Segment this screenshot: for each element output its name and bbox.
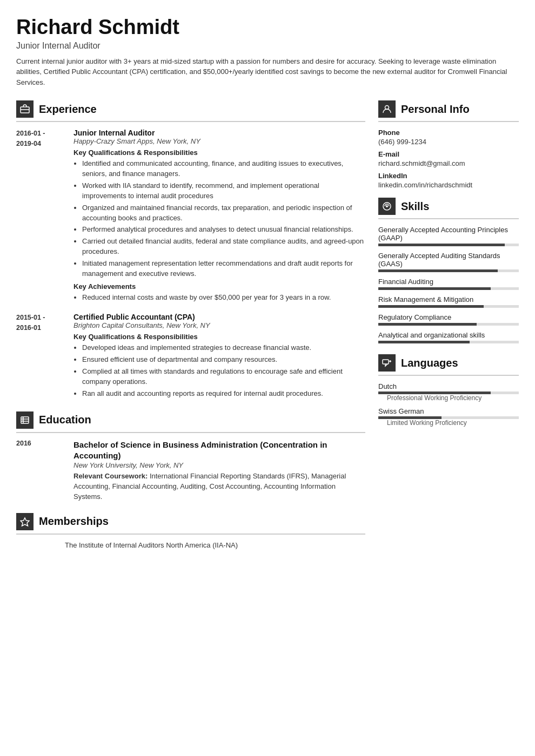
edu-degree-1: Bachelor of Science in Business Administ…	[73, 440, 365, 462]
skill-name: Financial Auditing	[378, 278, 519, 286]
personal-info-title: Personal Info	[401, 103, 470, 116]
skill-bar-fill	[378, 305, 484, 308]
phone-label: Phone	[378, 129, 519, 137]
skill-bar-bg	[378, 287, 519, 290]
exp-qual-item: Identified and communicated accounting, …	[82, 159, 365, 179]
skill-item: Financial Auditing	[378, 278, 519, 290]
education-icon	[16, 411, 34, 429]
skill-name: Risk Management & Mitigation	[378, 295, 519, 303]
exp-achievement-item: Reduced internal costs and waste by over…	[82, 293, 365, 303]
exp-title-2: Certified Public Accountant (CPA)	[73, 313, 365, 321]
languages-list: Dutch Professional Working Proficiency S…	[378, 382, 519, 427]
memberships-icon	[16, 513, 34, 530]
candidate-name: Richard Schmidt	[16, 16, 519, 39]
svg-rect-2	[21, 417, 29, 423]
personal-info-header: Personal Info	[378, 100, 519, 122]
exp-qual-item: Ran all audit and accounting reports as …	[82, 389, 365, 399]
edu-date-1: 2016	[16, 440, 65, 502]
languages-header: Languages	[378, 354, 519, 376]
skills-title: Skills	[401, 200, 429, 213]
exp-qual-item: Initiated management representation lett…	[82, 259, 365, 279]
languages-title: Languages	[401, 357, 458, 369]
exp-qualifications-label-2: Key Qualifications & Responsibilities	[73, 333, 365, 341]
language-level: Limited Working Proficiency	[387, 419, 519, 427]
language-item: Swiss German Limited Working Proficiency	[378, 407, 519, 427]
exp-item-1: 2016-01 - 2019-04 Junior Internal Audito…	[16, 129, 365, 304]
skill-item: Risk Management & Mitigation	[378, 295, 519, 308]
exp-qual-item: Carried out detailed financial audits, f…	[82, 237, 365, 257]
languages-icon	[378, 354, 396, 372]
linkedin-label: LinkedIn	[378, 172, 519, 180]
language-name: Dutch	[378, 382, 519, 390]
skill-item: Generally Accepted Auditing Standards (G…	[378, 252, 519, 272]
membership-item-1: The Institute of Internal Auditors North…	[65, 541, 365, 549]
personal-info-section: Personal Info Phone (646) 999-1234 E-mai…	[378, 100, 519, 189]
education-section: Education 2016 Bachelor of Science in Bu…	[16, 411, 365, 502]
phone-value: (646) 999-1234	[378, 138, 519, 146]
skill-bar-bg	[378, 244, 519, 246]
exp-qualifications-list-2: Developed ideas and implemented strategi…	[73, 343, 365, 399]
language-name: Swiss German	[378, 407, 519, 415]
main-layout: Experience 2016-01 - 2019-04 Junior Inte…	[16, 100, 519, 740]
email-label: E-mail	[378, 150, 519, 158]
skill-name: Generally Accepted Accounting Principles…	[378, 226, 519, 242]
exp-item-2: 2015-01 - 2016-01 Certified Public Accou…	[16, 313, 365, 400]
memberships-header: Memberships	[16, 513, 365, 535]
edu-coursework-label: Relevant Coursework:	[73, 472, 148, 480]
skill-item: Generally Accepted Accounting Principles…	[378, 226, 519, 246]
skill-bar-bg	[378, 341, 519, 343]
skills-list: Generally Accepted Accounting Principles…	[378, 226, 519, 343]
header: Richard Schmidt Junior Internal Auditor …	[16, 16, 519, 87]
exp-qual-item: Complied at all times with standards and…	[82, 367, 365, 387]
svg-point-6	[386, 205, 388, 207]
svg-rect-7	[383, 360, 389, 364]
svg-marker-3	[21, 518, 29, 526]
edu-coursework-1: Relevant Coursework: International Finan…	[73, 471, 365, 502]
email-value: richard.schmidt@gmail.com	[378, 159, 519, 167]
exp-company-2: Brighton Capital Consultants, New York, …	[73, 321, 365, 329]
language-item: Dutch Professional Working Proficiency	[378, 382, 519, 402]
exp-qual-item: Developed ideas and implemented strategi…	[82, 343, 365, 353]
exp-qual-item: Ensured efficient use of departmental an…	[82, 355, 365, 365]
language-level: Professional Working Proficiency	[387, 394, 519, 402]
page: Richard Schmidt Junior Internal Auditor …	[0, 0, 535, 756]
experience-icon	[16, 100, 34, 118]
skill-bar-fill	[378, 287, 491, 290]
education-title: Education	[39, 414, 91, 426]
linkedin-value: linkedin.com/in/richardschmidt	[378, 181, 519, 189]
exp-date-2: 2015-01 - 2016-01	[16, 313, 65, 400]
exp-date-1: 2016-01 - 2019-04	[16, 129, 65, 304]
experience-title: Experience	[39, 103, 97, 116]
exp-title-1: Junior Internal Auditor	[73, 129, 365, 137]
skill-name: Analytical and organizational skills	[378, 331, 519, 339]
skill-bar-bg	[378, 269, 519, 272]
edu-item-1: 2016 Bachelor of Science in Business Adm…	[16, 440, 365, 502]
edu-school-1: New York University, New York, NY	[73, 461, 365, 469]
personal-info-icon	[378, 100, 396, 118]
skill-bar-fill	[378, 244, 505, 246]
memberships-title: Memberships	[39, 515, 109, 528]
experience-header: Experience	[16, 100, 365, 122]
exp-qual-item: Worked with IIA standard to identify, re…	[82, 181, 365, 201]
skill-item: Regulatory Compliance	[378, 313, 519, 326]
skill-bar-bg	[378, 323, 519, 326]
exp-qualifications-list-1: Identified and communicated accounting, …	[73, 159, 365, 279]
skill-bar-fill	[378, 341, 470, 343]
skills-section: Skills Generally Accepted Accounting Pri…	[378, 198, 519, 343]
skills-icon	[378, 198, 396, 215]
right-column: Personal Info Phone (646) 999-1234 E-mai…	[378, 100, 519, 740]
skill-bar-fill	[378, 323, 477, 326]
skills-header: Skills	[378, 198, 519, 219]
education-header: Education	[16, 411, 365, 433]
exp-content-2: Certified Public Accountant (CPA) Bright…	[73, 313, 365, 400]
skill-bar-bg	[378, 305, 519, 308]
left-column: Experience 2016-01 - 2019-04 Junior Inte…	[16, 100, 365, 740]
skill-name: Regulatory Compliance	[378, 313, 519, 321]
exp-company-1: Happy-Crazy Smart Apps, New York, NY	[73, 137, 365, 145]
exp-achievements-list-1: Reduced internal costs and waste by over…	[73, 293, 365, 303]
skill-name: Generally Accepted Auditing Standards (G…	[378, 252, 519, 268]
exp-qualifications-label-1: Key Qualifications & Responsibilities	[73, 148, 365, 157]
candidate-summary: Current internal junior auditor with 3+ …	[16, 56, 519, 88]
languages-section: Languages Dutch Professional Working Pro…	[378, 354, 519, 427]
edu-content-1: Bachelor of Science in Business Administ…	[73, 440, 365, 502]
